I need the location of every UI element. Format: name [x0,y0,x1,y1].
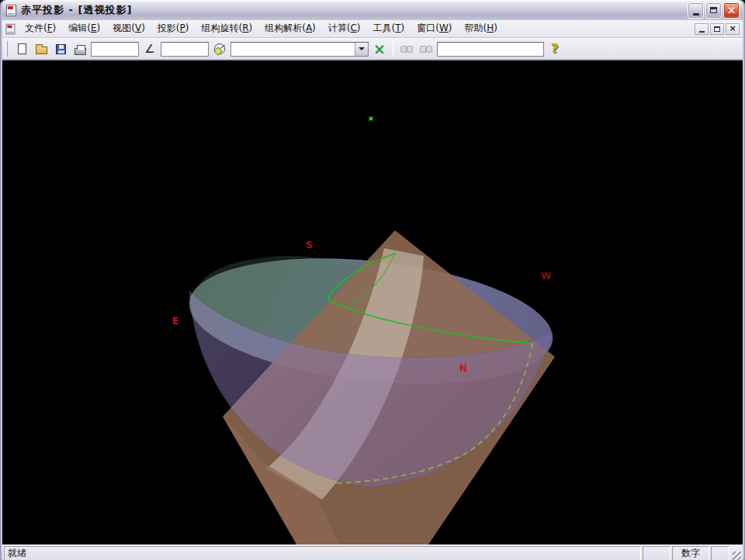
mdi-close-button[interactable]: × [726,23,740,35]
compass-label-south: S [306,240,313,251]
status-panel-extra [643,546,670,560]
maximize-button[interactable] [705,2,722,19]
help-button[interactable]: ? [546,40,563,57]
open-folder-icon [36,47,47,54]
window-title: 赤平投影 - [透视投影] [21,3,688,17]
menu-item-file[interactable]: 文件(F) [19,20,62,37]
menu-item-calculate[interactable]: 计算(C) [322,20,367,37]
compass-label-west: W [541,271,551,282]
app-window: 赤平投影 - [透视投影] × 文件(F) 编辑(E) 视图(V) 投影(P) … [0,0,745,560]
minimize-button[interactable] [688,2,704,19]
new-document-icon [18,43,26,54]
mdi-minimize-button[interactable] [695,23,709,35]
menu-item-window[interactable]: 窗口(W) [411,20,458,37]
help-question-icon: ? [551,43,558,55]
minimize-icon [693,13,699,16]
toolbar-grip[interactable] [5,41,8,57]
binoculars-next-icon [420,44,432,54]
dip-angle-input[interactable] [161,42,209,57]
find-button[interactable] [398,40,415,57]
combobox-dropdown-button[interactable] [355,43,368,56]
print-icon [74,48,86,55]
mdi-restore-icon [714,26,720,32]
title-bar[interactable]: 赤平投影 - [透视投影] × [2,0,743,20]
chevron-down-icon [359,47,365,50]
menu-item-view[interactable]: 视图(V) [106,20,151,37]
close-button[interactable]: × [723,2,740,19]
resize-grip[interactable] [731,546,742,560]
save-button[interactable] [52,40,69,57]
zenith-dot [369,117,372,120]
new-button[interactable] [13,40,30,57]
menu-bar: 文件(F) 编辑(E) 视图(V) 投影(P) 组构旋转(R) 组构解析(A) … [2,20,743,38]
mdi-doc-icon [6,23,16,34]
green-x-icon: × [373,42,386,57]
mdi-restore-button[interactable] [710,23,724,35]
find-next-button[interactable] [418,40,435,57]
status-panel-extra-2 [711,546,729,560]
combobox-value [231,43,355,56]
status-message: 就绪 [4,546,641,560]
num-lock-panel: 数字 [672,546,709,560]
dip-direction-input[interactable] [91,42,139,57]
close-icon: × [727,3,736,18]
menu-item-tools[interactable]: 工具(T) [367,20,411,37]
menu-item-help[interactable]: 帮助(H) [459,20,504,37]
mdi-minimize-icon [699,31,705,33]
angle-indicator: ∠ [141,40,158,57]
compass-label-north: N [459,363,467,374]
compass-label-east: E [172,316,178,327]
binoculars-icon [400,44,413,54]
maximize-icon [710,7,717,13]
menu-item-fabric-analysis[interactable]: 组构解析(A) [258,20,322,37]
menu-item-fabric-rotation[interactable]: 组构旋转(R) [195,20,258,37]
print-button[interactable] [71,40,88,57]
app-doc-icon [6,5,16,16]
drawing-canvas[interactable]: S W E N [2,60,743,544]
save-icon [56,44,66,54]
delete-button[interactable]: × [371,40,388,57]
coordinate-input[interactable] [437,42,544,57]
open-button[interactable] [33,40,50,57]
toolbar-separator [393,41,393,57]
status-bar: 就绪 数字 [2,544,743,560]
menu-item-edit[interactable]: 编辑(E) [62,20,106,37]
angle-icon: ∠ [144,43,154,55]
stereonet-3d-scene: S W E N [2,60,743,544]
menu-item-projection[interactable]: 投影(P) [151,20,196,37]
projection-combobox[interactable] [230,42,369,57]
mdi-close-icon: × [729,24,736,33]
toolbar: ∠ × ? [2,38,743,60]
stereonet-plane-icon [214,43,225,54]
plot-plane-button[interactable] [211,40,228,57]
